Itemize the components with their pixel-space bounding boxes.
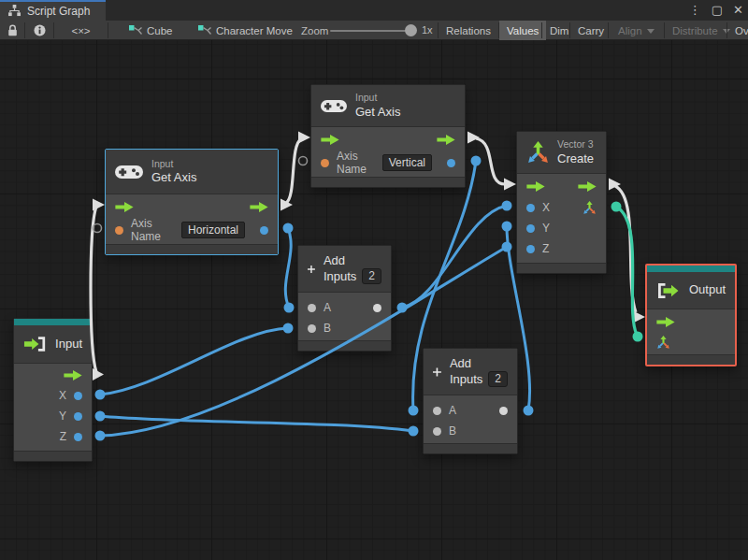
info-icon xyxy=(34,24,46,36)
toggle-relations[interactable]: Relations xyxy=(439,21,498,40)
port-x-output[interactable] xyxy=(74,392,82,400)
vector3-output-port-icon[interactable] xyxy=(583,201,597,215)
axis-name-label: Axis Name xyxy=(337,150,375,176)
port-label-a: A xyxy=(449,404,456,417)
graph-canvas[interactable]: Input X Y Z xyxy=(0,40,748,560)
port-a-input[interactable] xyxy=(433,407,441,415)
code-view-button[interactable]: <×> xyxy=(54,21,108,40)
tab-title: Script Graph xyxy=(27,4,90,18)
close-icon[interactable]: ✕ xyxy=(733,0,743,21)
port-label-y: Y xyxy=(59,409,66,423)
chevron-down-icon xyxy=(647,29,654,34)
port-b-input[interactable] xyxy=(433,427,441,436)
node-color-bar xyxy=(647,266,735,272)
port-y-input[interactable] xyxy=(526,224,535,233)
flow-out-port-icon[interactable] xyxy=(64,370,82,381)
node-footer xyxy=(517,263,606,273)
axis-name-field[interactable]: Horizontal xyxy=(181,222,245,238)
port-label-b: B xyxy=(324,322,331,335)
vector3-input-port-icon[interactable] xyxy=(656,336,670,350)
plus-icon xyxy=(433,361,441,383)
breadcrumb-character-move[interactable]: Character Move xyxy=(198,21,293,40)
plus-icon xyxy=(308,258,315,280)
port-label-x: X xyxy=(59,389,66,402)
node-title: Get Axis xyxy=(151,170,196,185)
breadcrumb-label: Cube xyxy=(147,25,173,36)
port-a-input[interactable] xyxy=(308,304,316,312)
port-label-z: Z xyxy=(60,430,66,443)
node-header: Output xyxy=(647,272,735,309)
breadcrumb-label: Character Move xyxy=(216,25,293,36)
flow-out-port-icon[interactable] xyxy=(578,181,597,192)
zoom-slider-handle[interactable] xyxy=(405,24,417,36)
unity-script-graph-window: Script Graph ⋮ ▢ ✕ <×> Cube Character Mo… xyxy=(0,0,748,560)
port-label-a: A xyxy=(324,301,331,314)
zoom-slider[interactable] xyxy=(330,30,416,32)
code-view-icon: <×> xyxy=(71,25,90,36)
node-vector3-create[interactable]: Vector 3 Create X Y xyxy=(516,131,607,274)
menu-icon[interactable]: ⋮ xyxy=(689,0,701,21)
graph-icon xyxy=(129,25,142,36)
inputs-count-field[interactable]: 2 xyxy=(362,268,381,284)
node-footer xyxy=(298,340,391,351)
zoom-label: Zoom xyxy=(301,21,328,40)
tab-active-accent xyxy=(0,0,106,2)
axis-name-input-port[interactable] xyxy=(115,226,123,235)
window-controls: ⋮ ▢ ✕ xyxy=(689,0,743,21)
node-add-2[interactable]: Add Inputs 2 A B xyxy=(423,348,518,454)
node-color-bar xyxy=(14,319,92,325)
flow-in-port-icon[interactable] xyxy=(656,317,675,327)
node-footer xyxy=(647,354,735,365)
node-output[interactable]: Output xyxy=(645,264,737,366)
node-get-axis-vertical[interactable]: Input Get Axis Axis Name Vertical xyxy=(310,84,466,188)
flow-out-port-icon[interactable] xyxy=(250,202,268,212)
graph-tree-icon xyxy=(7,5,22,17)
port-y-output[interactable] xyxy=(74,412,82,421)
inputs-count-field[interactable]: 2 xyxy=(488,371,508,387)
node-add-1[interactable]: Add Inputs 2 A B xyxy=(297,245,392,352)
node-title: Get Axis xyxy=(355,105,400,120)
port-z-output[interactable] xyxy=(74,433,82,441)
lock-button[interactable] xyxy=(1,21,24,40)
toggle-overview[interactable]: Overv xyxy=(727,21,748,40)
inputs-label: Inputs xyxy=(450,372,482,387)
axis-value-output-port[interactable] xyxy=(447,159,455,167)
axis-name-input-port[interactable] xyxy=(321,159,329,167)
toggle-carry[interactable]: Carry xyxy=(570,21,611,40)
flow-in-port-icon[interactable] xyxy=(321,135,339,145)
tab-bar: Script Graph ⋮ ▢ ✕ xyxy=(0,0,748,21)
flow-out-port-icon[interactable] xyxy=(437,135,455,145)
port-x-input[interactable] xyxy=(526,204,535,212)
axis-name-field[interactable]: Vertical xyxy=(382,154,432,171)
port-b-input[interactable] xyxy=(308,324,316,333)
lock-icon xyxy=(7,24,18,36)
sum-output-port[interactable] xyxy=(499,407,508,415)
node-category: Input xyxy=(355,92,400,105)
maximize-icon[interactable]: ▢ xyxy=(712,0,723,21)
input-bracket-icon xyxy=(23,337,47,352)
node-header: Input xyxy=(14,325,92,364)
vector3-icon xyxy=(526,141,550,165)
port-label-x: X xyxy=(542,201,550,214)
graph-icon xyxy=(198,25,211,36)
sum-output-port[interactable] xyxy=(373,304,381,312)
node-header: Add Inputs 2 xyxy=(298,246,391,293)
breadcrumb-cube[interactable]: Cube xyxy=(129,21,173,40)
toggle-values[interactable]: Values xyxy=(499,21,546,40)
inspect-button[interactable] xyxy=(25,21,53,40)
node-title: Add xyxy=(450,356,508,371)
axis-value-output-port[interactable] xyxy=(260,226,268,235)
port-z-input[interactable] xyxy=(526,245,535,253)
graph-toolbar: <×> Cube Character Move Zoom 1x Relation… xyxy=(0,21,748,40)
tab-script-graph[interactable]: Script Graph xyxy=(0,0,106,21)
axis-name-label: Axis Name xyxy=(131,217,174,243)
flow-in-port-icon[interactable] xyxy=(115,202,134,212)
flow-in-port-icon[interactable] xyxy=(526,181,545,192)
node-header: Input Get Axis xyxy=(106,150,278,194)
node-input[interactable]: Input X Y Z xyxy=(13,318,93,462)
port-label-z: Z xyxy=(542,242,549,255)
align-dropdown[interactable]: Align xyxy=(611,21,662,40)
inputs-label: Inputs xyxy=(324,269,356,284)
node-footer xyxy=(14,451,92,461)
node-get-axis-horizontal[interactable]: Input Get Axis Axis Name Horizontal xyxy=(105,149,279,255)
